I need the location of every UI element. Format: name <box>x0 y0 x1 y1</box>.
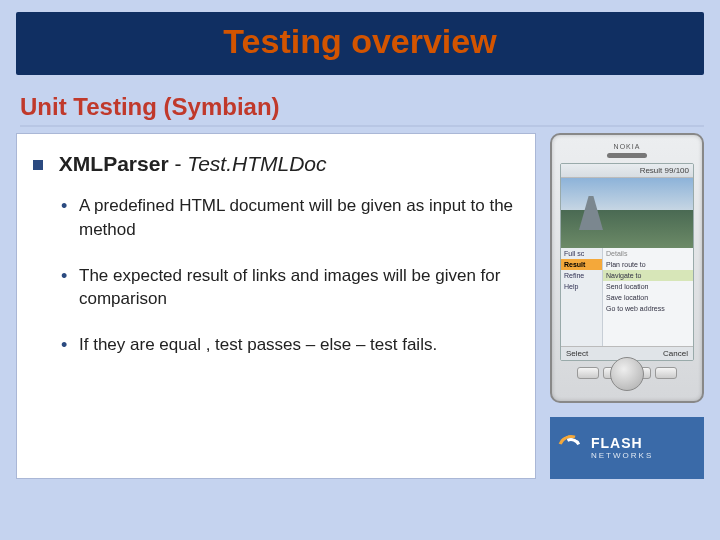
side-column: NOKIA Result 99/100 Full sc Result Refin… <box>550 133 704 479</box>
content-row: XMLParser - Test.HTMLDoc A predefined HT… <box>16 133 704 479</box>
screen-right-list: Details Plan route to Navigate to Send l… <box>603 248 693 346</box>
phone-illustration: NOKIA Result 99/100 Full sc Result Refin… <box>550 133 704 403</box>
list-item: Go to web address <box>603 303 693 314</box>
tab-item: Refine <box>561 270 602 281</box>
list-item: A predefined HTML document will be given… <box>61 194 519 242</box>
main-content: XMLParser - Test.HTMLDoc A predefined HT… <box>16 133 536 479</box>
list-item: Send location <box>603 281 693 292</box>
phone-key-icon <box>655 367 677 379</box>
screen-photo <box>561 178 693 248</box>
section-separator: - <box>169 152 188 175</box>
phone-key-icon <box>577 367 599 379</box>
softkey-right: Cancel <box>663 349 688 358</box>
square-bullet-icon <box>33 160 43 170</box>
section-header: XMLParser - Test.HTMLDoc <box>33 152 519 176</box>
screen-menu: Full sc Result Refine Help Details Plan … <box>561 248 693 346</box>
screen-status: Result 99/100 <box>561 164 693 178</box>
list-item: Save location <box>603 292 693 303</box>
phone-screen: Result 99/100 Full sc Result Refine Help… <box>560 163 694 361</box>
tab-item: Help <box>561 281 602 292</box>
flash-swoosh-icon <box>558 435 584 461</box>
bullet-list: A predefined HTML document will be given… <box>33 194 519 357</box>
phone-speaker-icon <box>607 153 647 158</box>
list-hint: Details <box>603 248 693 259</box>
logo-text: FLASH NETWORKS <box>591 436 653 460</box>
company-logo: FLASH NETWORKS <box>550 417 704 479</box>
list-item: The expected result of links and images … <box>61 264 519 312</box>
list-item: If they are equal , test passes – else –… <box>61 333 519 357</box>
section-testcase: Test.HTMLDoc <box>187 152 326 175</box>
logo-line2: NETWORKS <box>591 452 653 460</box>
softkey-left: Select <box>566 349 588 358</box>
screen-left-tabs: Full sc Result Refine Help <box>561 248 603 346</box>
logo-line1: FLASH <box>591 436 653 450</box>
list-item: Plan route to <box>603 259 693 270</box>
phone-dpad-icon <box>610 357 644 391</box>
phone-brand: NOKIA <box>560 143 694 150</box>
slide-subtitle: Unit Testing (Symbian) <box>20 93 704 127</box>
slide-title: Testing overview <box>16 12 704 75</box>
list-item: Navigate to <box>603 270 693 281</box>
tab-item: Full sc <box>561 248 602 259</box>
tab-item: Result <box>561 259 602 270</box>
section-name: XMLParser <box>59 152 169 175</box>
